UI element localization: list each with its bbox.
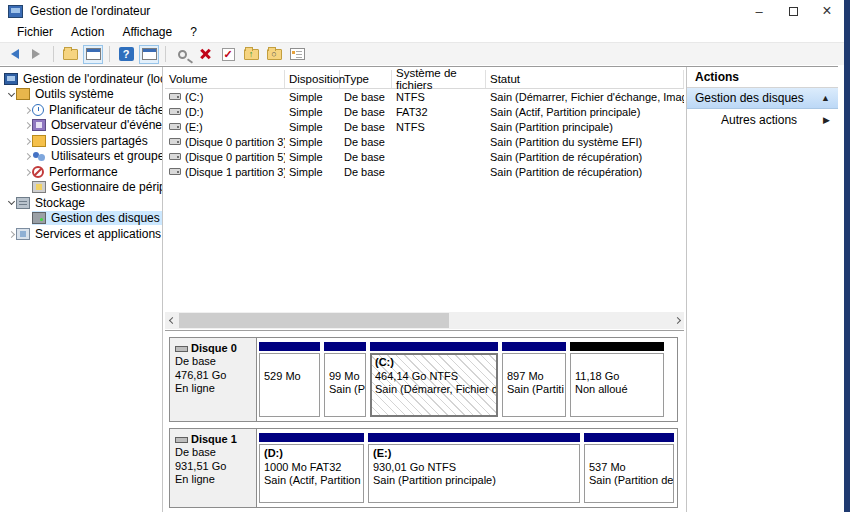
chevron-right-icon[interactable]: [22, 107, 32, 113]
tree-item-disk-management[interactable]: Gestion des disques: [0, 211, 162, 227]
tree-item-storage[interactable]: Stockage: [0, 195, 162, 211]
chevron-down-icon[interactable]: [6, 93, 16, 96]
tree-item-computer-management[interactable]: Gestion de l'ordinateur (local): [0, 71, 162, 87]
partition-color-bar: [324, 342, 366, 351]
action-pane-icon: [142, 48, 157, 60]
shared-folders-icon: [32, 135, 46, 147]
disk-1-label[interactable]: Disque 1 De base 931,51 Go En ligne: [170, 429, 257, 507]
volume-row-e[interactable]: (E:) Simple De base NTFS Sain (Partition…: [165, 119, 684, 134]
window-title: Gestion de l'ordinateur: [30, 4, 150, 18]
pointer-help-button[interactable]: [172, 45, 192, 64]
disk-icon: [175, 346, 188, 352]
chevron-right-icon[interactable]: [22, 153, 32, 159]
disk0-unallocated[interactable]: 11,18 Go Non alloué: [570, 342, 664, 417]
help-icon: ?: [119, 47, 134, 61]
disk-management-view: Volume Disposition Type Système de fichi…: [165, 67, 684, 512]
menu-action[interactable]: Action: [62, 23, 113, 41]
minimize-button[interactable]: –: [742, 0, 776, 22]
maximize-button[interactable]: [776, 0, 810, 22]
tree-item-event-viewer[interactable]: Observateur d'événeme: [0, 118, 162, 134]
event-viewer-icon: [32, 119, 46, 131]
tree-item-services-applications[interactable]: Services et applications: [0, 226, 162, 242]
menu-fichier[interactable]: Fichier: [8, 23, 62, 41]
disk-management-icon: [32, 212, 46, 224]
chevron-down-icon[interactable]: [6, 201, 16, 204]
partition-color-bar: [502, 342, 566, 351]
tree-item-shared-folders[interactable]: Dossiers partagés: [0, 133, 162, 149]
tree-item-performance[interactable]: Performance: [0, 164, 162, 180]
scrollbar-thumb[interactable]: [179, 313, 449, 328]
volume-row-d[interactable]: (D:) Simple De base FAT32 Sain (Actif, P…: [165, 104, 684, 119]
volume-row-disk1-part3[interactable]: (Disque 1 partition 3) Simple De base Sa…: [165, 164, 684, 179]
menu-help[interactable]: ?: [181, 23, 206, 41]
horizontal-scrollbar[interactable]: [165, 312, 684, 329]
back-icon: [6, 49, 19, 59]
properties-button[interactable]: [287, 45, 307, 64]
checkmark-icon: ✓: [222, 48, 235, 61]
disk0-partition-efi-99[interactable]: 99 Mo Sain (P: [324, 342, 366, 417]
show-console-tree-button[interactable]: [83, 45, 103, 64]
back-button[interactable]: [4, 45, 24, 64]
partition-color-bar: [259, 342, 320, 351]
disk-0-row: Disque 0 De base 476,81 Go En ligne 529 …: [169, 337, 678, 422]
tree-item-task-scheduler[interactable]: Planificateur de tâches: [0, 102, 162, 118]
disk1-partition-d[interactable]: (D:) 1000 Mo FAT32 Sain (Actif, Partitio…: [259, 433, 364, 503]
scrollbar-track[interactable]: [179, 312, 670, 329]
tree-item-device-manager[interactable]: Gestionnaire de périphé: [0, 180, 162, 196]
column-header-filesystem[interactable]: Système de fichiers: [392, 70, 486, 88]
volume-row-disk0-part5[interactable]: (Disque 0 partition 5) Simple De base Sa…: [165, 149, 684, 164]
show-action-pane-button[interactable]: [139, 45, 159, 64]
actions-group-disk-management[interactable]: Gestion des disques ▲: [687, 88, 838, 109]
tree-item-system-tools[interactable]: Outils système: [0, 87, 162, 103]
explore-icon: ○: [267, 49, 282, 60]
chevron-right-icon[interactable]: [22, 169, 32, 175]
toolbar-separator: [109, 46, 110, 62]
maximize-icon: [789, 7, 798, 16]
forward-button[interactable]: [27, 45, 47, 64]
actions-title: Actions: [687, 67, 838, 88]
users-icon: [32, 150, 46, 162]
scroll-left-arrow[interactable]: [165, 312, 179, 329]
disk0-partition-recovery-529[interactable]: 529 Mo: [259, 342, 320, 417]
collapse-icon[interactable]: ▲: [821, 93, 830, 103]
help-button[interactable]: ?: [116, 45, 136, 64]
actions-item-autres-actions[interactable]: Autres actions ▶: [687, 109, 838, 131]
performance-icon: [32, 166, 44, 178]
column-header-type[interactable]: Type: [340, 70, 392, 88]
chevron-right-icon[interactable]: [22, 122, 32, 128]
volume-icon: [169, 108, 181, 115]
actions-pane: Actions Gestion des disques ▲ Autres act…: [686, 67, 838, 512]
volume-icon: [169, 93, 181, 100]
mark-active-button[interactable]: ✓: [218, 45, 238, 64]
scroll-right-arrow[interactable]: [670, 312, 684, 329]
explore-button[interactable]: ○: [264, 45, 284, 64]
menu-bar: Fichier Action Affichage ?: [0, 22, 844, 42]
unallocated-color-bar: [570, 342, 664, 351]
disk0-partition-c[interactable]: (C:) 464,14 Go NTFS Sain (Démarrer, Fich…: [370, 342, 498, 417]
export-list-button[interactable]: [60, 45, 80, 64]
volume-row-disk0-part3[interactable]: (Disque 0 partition 3) Simple De base Sa…: [165, 134, 684, 149]
toolbar-separator: [53, 46, 54, 62]
chevron-right-icon[interactable]: [22, 138, 32, 144]
column-header-status[interactable]: Statut: [486, 70, 684, 88]
export-list-icon: [63, 49, 78, 60]
titlebar: Gestion de l'ordinateur – ×: [0, 0, 844, 22]
disk1-partition-recovery-537[interactable]: 537 Mo Sain (Partition de r: [584, 433, 674, 503]
computer-icon: [4, 73, 18, 85]
properties-icon: [290, 48, 305, 60]
chevron-right-icon[interactable]: [6, 231, 16, 237]
toolbar: ? ✓ ↑ ○: [0, 42, 844, 65]
delete-button[interactable]: [195, 45, 215, 64]
column-header-volume[interactable]: Volume: [165, 70, 285, 88]
disk-1-row: Disque 1 De base 931,51 Go En ligne (D:)…: [169, 428, 678, 508]
menu-affichage[interactable]: Affichage: [113, 23, 181, 41]
disk0-partition-897[interactable]: 897 Mo Sain (Partiti: [502, 342, 566, 417]
pointer-help-icon: [178, 50, 187, 59]
column-header-disposition[interactable]: Disposition: [285, 70, 340, 88]
disk1-partition-e[interactable]: (E:) 930,01 Go NTFS Sain (Partition prin…: [368, 433, 580, 503]
volume-row-c[interactable]: (C:) Simple De base NTFS Sain (Démarrer,…: [165, 89, 684, 104]
folder-up-button[interactable]: ↑: [241, 45, 261, 64]
disk-0-label[interactable]: Disque 0 De base 476,81 Go En ligne: [170, 338, 257, 421]
close-button[interactable]: ×: [810, 0, 844, 22]
tree-item-local-users-groups[interactable]: Utilisateurs et groupes l: [0, 149, 162, 165]
